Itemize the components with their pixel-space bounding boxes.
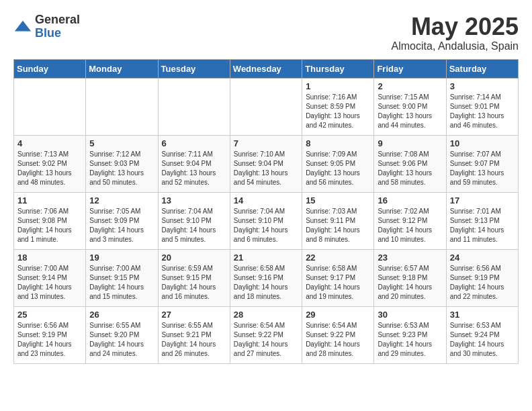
calendar-cell — [230, 78, 302, 135]
calendar-cell: 5Sunrise: 7:12 AM Sunset: 9:03 PM Daylig… — [86, 135, 158, 192]
cell-content: Sunrise: 7:15 AM Sunset: 9:00 PM Dayligh… — [378, 93, 442, 130]
cell-content: Sunrise: 6:56 AM Sunset: 9:19 PM Dayligh… — [17, 321, 82, 359]
calendar-cell: 22Sunrise: 6:58 AM Sunset: 9:17 PM Dayli… — [302, 249, 374, 306]
header: General Blue May 2025 Almocita, Andalusi… — [13, 13, 519, 52]
cell-content: Sunrise: 6:56 AM Sunset: 9:19 PM Dayligh… — [450, 264, 515, 302]
day-number: 21 — [234, 253, 298, 263]
calendar-cell: 16Sunrise: 7:02 AM Sunset: 9:12 PM Dayli… — [374, 192, 446, 249]
calendar-cell — [158, 78, 230, 135]
calendar-cell: 7Sunrise: 7:10 AM Sunset: 9:04 PM Daylig… — [230, 135, 302, 192]
calendar-cell: 10Sunrise: 7:07 AM Sunset: 9:07 PM Dayli… — [446, 135, 518, 192]
calendar-cell: 8Sunrise: 7:09 AM Sunset: 9:05 PM Daylig… — [302, 135, 374, 192]
logo-blue: Blue — [35, 27, 80, 40]
cell-content: Sunrise: 7:07 AM Sunset: 9:07 PM Dayligh… — [450, 150, 515, 187]
day-header-sunday: Sunday — [14, 59, 86, 78]
day-number: 17 — [450, 195, 515, 205]
cell-content: Sunrise: 7:01 AM Sunset: 9:13 PM Dayligh… — [450, 207, 515, 244]
calendar-week-5: 25Sunrise: 6:56 AM Sunset: 9:19 PM Dayli… — [14, 306, 519, 363]
calendar-week-1: 1Sunrise: 7:16 AM Sunset: 8:59 PM Daylig… — [14, 78, 519, 135]
day-number: 28 — [234, 310, 298, 320]
day-number: 19 — [89, 253, 154, 263]
day-number: 18 — [17, 253, 82, 263]
day-number: 14 — [234, 195, 298, 205]
calendar-cell: 1Sunrise: 7:16 AM Sunset: 8:59 PM Daylig… — [302, 78, 374, 135]
calendar-cell: 13Sunrise: 7:04 AM Sunset: 9:10 PM Dayli… — [158, 192, 230, 249]
day-header-saturday: Saturday — [446, 59, 518, 78]
cell-content: Sunrise: 7:08 AM Sunset: 9:06 PM Dayligh… — [378, 150, 442, 187]
calendar-cell: 17Sunrise: 7:01 AM Sunset: 9:13 PM Dayli… — [446, 192, 518, 249]
day-number: 10 — [450, 138, 515, 148]
calendar-cell — [14, 78, 86, 135]
calendar-table: SundayMondayTuesdayWednesdayThursdayFrid… — [13, 59, 519, 364]
calendar-cell: 23Sunrise: 6:57 AM Sunset: 9:18 PM Dayli… — [374, 249, 446, 306]
day-number: 3 — [450, 81, 515, 91]
calendar-cell: 4Sunrise: 7:13 AM Sunset: 9:02 PM Daylig… — [14, 135, 86, 192]
cell-content: Sunrise: 7:00 AM Sunset: 9:14 PM Dayligh… — [17, 264, 82, 302]
calendar-cell: 9Sunrise: 7:08 AM Sunset: 9:06 PM Daylig… — [374, 135, 446, 192]
calendar-week-3: 11Sunrise: 7:06 AM Sunset: 9:08 PM Dayli… — [14, 192, 519, 249]
cell-content: Sunrise: 7:09 AM Sunset: 9:05 PM Dayligh… — [306, 150, 370, 187]
day-header-tuesday: Tuesday — [158, 59, 230, 78]
cell-content: Sunrise: 7:13 AM Sunset: 9:02 PM Dayligh… — [17, 150, 82, 187]
calendar-cell: 14Sunrise: 7:04 AM Sunset: 9:10 PM Dayli… — [230, 192, 302, 249]
calendar-cell: 19Sunrise: 7:00 AM Sunset: 9:15 PM Dayli… — [86, 249, 158, 306]
day-number: 2 — [378, 81, 442, 91]
cell-content: Sunrise: 7:12 AM Sunset: 9:03 PM Dayligh… — [89, 150, 154, 187]
cell-content: Sunrise: 6:58 AM Sunset: 9:17 PM Dayligh… — [306, 264, 370, 302]
calendar-cell: 26Sunrise: 6:55 AM Sunset: 9:20 PM Dayli… — [86, 306, 158, 363]
calendar-cell: 6Sunrise: 7:11 AM Sunset: 9:04 PM Daylig… — [158, 135, 230, 192]
day-number: 5 — [89, 138, 154, 148]
cell-content: Sunrise: 6:53 AM Sunset: 9:24 PM Dayligh… — [450, 321, 515, 359]
calendar-cell: 31Sunrise: 6:53 AM Sunset: 9:24 PM Dayli… — [446, 306, 518, 363]
cell-content: Sunrise: 7:16 AM Sunset: 8:59 PM Dayligh… — [306, 93, 370, 130]
calendar-cell: 2Sunrise: 7:15 AM Sunset: 9:00 PM Daylig… — [374, 78, 446, 135]
calendar-cell: 29Sunrise: 6:54 AM Sunset: 9:22 PM Dayli… — [302, 306, 374, 363]
day-header-friday: Friday — [374, 59, 446, 78]
day-number: 23 — [378, 253, 442, 263]
day-number: 24 — [450, 253, 515, 263]
cell-content: Sunrise: 7:05 AM Sunset: 9:09 PM Dayligh… — [89, 207, 154, 244]
day-number: 26 — [89, 310, 154, 320]
logo-text: General Blue — [35, 13, 80, 40]
cell-content: Sunrise: 6:53 AM Sunset: 9:23 PM Dayligh… — [378, 321, 442, 359]
month-title: May 2025 — [392, 13, 519, 40]
day-number: 20 — [162, 253, 226, 263]
day-number: 7 — [234, 138, 298, 148]
cell-content: Sunrise: 7:04 AM Sunset: 9:10 PM Dayligh… — [162, 207, 226, 244]
day-number: 27 — [162, 310, 226, 320]
day-number: 8 — [306, 138, 370, 148]
cell-content: Sunrise: 6:54 AM Sunset: 9:22 PM Dayligh… — [234, 321, 298, 359]
day-header-thursday: Thursday — [302, 59, 374, 78]
location-title: Almocita, Andalusia, Spain — [392, 40, 519, 52]
calendar-cell: 24Sunrise: 6:56 AM Sunset: 9:19 PM Dayli… — [446, 249, 518, 306]
day-number: 11 — [17, 195, 82, 205]
calendar-week-4: 18Sunrise: 7:00 AM Sunset: 9:14 PM Dayli… — [14, 249, 519, 306]
day-header-monday: Monday — [86, 59, 158, 78]
cell-content: Sunrise: 6:55 AM Sunset: 9:20 PM Dayligh… — [89, 321, 154, 359]
calendar-cell: 15Sunrise: 7:03 AM Sunset: 9:11 PM Dayli… — [302, 192, 374, 249]
day-number: 16 — [378, 195, 442, 205]
cell-content: Sunrise: 6:54 AM Sunset: 9:22 PM Dayligh… — [306, 321, 370, 359]
cell-content: Sunrise: 7:04 AM Sunset: 9:10 PM Dayligh… — [234, 207, 298, 244]
calendar-cell: 18Sunrise: 7:00 AM Sunset: 9:14 PM Dayli… — [14, 249, 86, 306]
calendar-cell: 30Sunrise: 6:53 AM Sunset: 9:23 PM Dayli… — [374, 306, 446, 363]
day-number: 22 — [306, 253, 370, 263]
cell-content: Sunrise: 7:06 AM Sunset: 9:08 PM Dayligh… — [17, 207, 82, 244]
cell-content: Sunrise: 6:57 AM Sunset: 9:18 PM Dayligh… — [378, 264, 442, 302]
day-number: 30 — [378, 310, 442, 320]
logo: General Blue — [13, 13, 80, 40]
logo-general: General — [35, 13, 80, 27]
day-number: 1 — [306, 81, 370, 91]
calendar-header-row: SundayMondayTuesdayWednesdayThursdayFrid… — [14, 59, 519, 78]
day-number: 29 — [306, 310, 370, 320]
cell-content: Sunrise: 6:58 AM Sunset: 9:16 PM Dayligh… — [234, 264, 298, 302]
calendar-cell: 21Sunrise: 6:58 AM Sunset: 9:16 PM Dayli… — [230, 249, 302, 306]
calendar-cell — [86, 78, 158, 135]
cell-content: Sunrise: 7:03 AM Sunset: 9:11 PM Dayligh… — [306, 207, 370, 244]
cell-content: Sunrise: 7:02 AM Sunset: 9:12 PM Dayligh… — [378, 207, 442, 244]
calendar-cell: 28Sunrise: 6:54 AM Sunset: 9:22 PM Dayli… — [230, 306, 302, 363]
logo-icon — [13, 17, 32, 36]
day-number: 12 — [89, 195, 154, 205]
day-number: 13 — [162, 195, 226, 205]
day-header-wednesday: Wednesday — [230, 59, 302, 78]
